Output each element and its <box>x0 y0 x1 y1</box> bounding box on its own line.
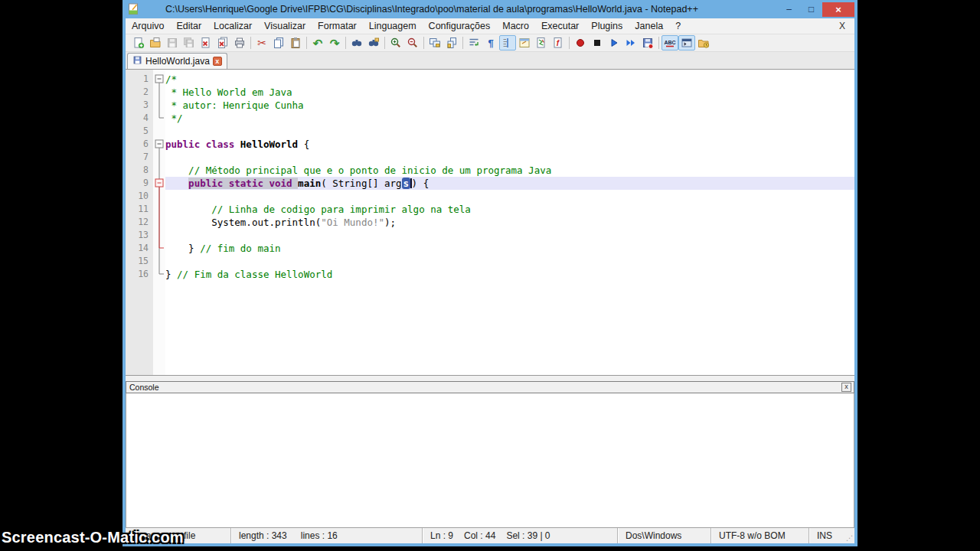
cut-button[interactable]: ✂ <box>253 35 270 51</box>
menu-item-executar[interactable]: Executar <box>535 19 585 33</box>
panel-splitter[interactable] <box>126 376 854 381</box>
save-file-button[interactable] <box>164 35 181 51</box>
indent-guide-button[interactable] <box>499 35 516 51</box>
code-segment: /* <box>165 73 177 85</box>
code-line-3[interactable]: * autor: Henrique Cunha <box>165 99 854 112</box>
code-line-11[interactable]: // Linha de codigo para imprimir algo na… <box>165 203 854 216</box>
new-file-button[interactable] <box>130 35 147 51</box>
code-line-14[interactable]: } // fim do main <box>165 242 854 255</box>
resize-grip[interactable]: ⋰ <box>842 528 854 543</box>
open-file-button[interactable] <box>147 35 164 51</box>
sync-horizontal-button[interactable] <box>443 35 460 51</box>
status-eol-format[interactable]: Dos\Windows <box>617 528 710 543</box>
title-bar[interactable]: C:\Users\Henrique\Google Drive\IFPB\CG\D… <box>126 0 854 18</box>
line-number[interactable]: 1 <box>126 73 149 86</box>
print-button[interactable] <box>231 35 248 51</box>
tab-saved-icon <box>132 55 142 67</box>
code-line-10[interactable] <box>165 190 854 203</box>
fold-margin[interactable] <box>153 70 165 375</box>
copy-button[interactable] <box>270 35 287 51</box>
line-number-gutter[interactable]: 12345678910111213141516 <box>126 70 153 375</box>
word-wrap-button[interactable] <box>466 35 482 51</box>
replace-button[interactable] <box>365 35 382 51</box>
show-all-chars-button[interactable]: ¶ <box>482 35 499 51</box>
close-all-button[interactable] <box>214 35 231 51</box>
line-number[interactable]: 2 <box>126 86 149 99</box>
console-close-icon[interactable]: x <box>841 383 851 392</box>
code-line-2[interactable]: * Hello World em Java <box>165 86 854 99</box>
line-number[interactable]: 12 <box>126 216 149 229</box>
find-button[interactable] <box>348 35 365 51</box>
status-insert-mode[interactable]: INS <box>808 528 842 543</box>
console-output[interactable] <box>126 393 854 528</box>
line-number[interactable]: 4 <box>126 112 149 125</box>
save-all-button[interactable] <box>181 35 198 51</box>
menu-item-localizar[interactable]: Localizar <box>207 19 258 33</box>
tab-helloworld-java[interactable]: HelloWorld.java x <box>127 53 227 69</box>
console-panel-header[interactable]: Console x <box>126 381 854 393</box>
macro-run-multiple-button[interactable] <box>622 35 639 51</box>
line-number[interactable]: 13 <box>126 229 149 242</box>
code-line-4[interactable]: */ <box>165 112 854 125</box>
line-number[interactable]: 10 <box>126 190 149 203</box>
menu-item-editar[interactable]: Editar <box>170 19 207 33</box>
code-text-area[interactable]: /* * Hello World em Java * autor: Henriq… <box>165 70 854 375</box>
function-list-button[interactable]: f <box>550 35 567 51</box>
line-number[interactable]: 5 <box>126 125 149 138</box>
zoom-out-button[interactable] <box>404 35 421 51</box>
menu-close-document-button[interactable]: X <box>830 21 854 31</box>
minimize-button[interactable]: – <box>778 2 800 17</box>
menu-item-plugins[interactable]: Plugins <box>585 19 629 33</box>
menu-item-linguagem[interactable]: Linguagem <box>363 19 423 33</box>
line-number[interactable]: 14 <box>126 242 149 255</box>
code-line-6[interactable]: public class HelloWorld { <box>165 138 854 151</box>
open-file-icon <box>149 37 162 49</box>
code-editor[interactable]: 12345678910111213141516 <box>126 69 854 376</box>
close-button[interactable]: × <box>822 2 854 17</box>
menu-item-configura-es[interactable]: Configurações <box>423 19 497 33</box>
code-line-1[interactable]: /* <box>165 73 854 86</box>
new-file-icon <box>132 37 145 49</box>
menu-item-visualizar[interactable]: Visualizar <box>258 19 312 33</box>
menu-item-macro[interactable]: Macro <box>496 19 535 33</box>
macro-record-button[interactable] <box>572 35 589 51</box>
line-number[interactable]: 16 <box>126 268 149 281</box>
code-line-5[interactable] <box>165 125 854 138</box>
line-number[interactable]: 6 <box>126 138 149 151</box>
line-number[interactable]: 11 <box>126 203 149 216</box>
console-toggle-button[interactable] <box>678 35 695 51</box>
user-dialog-button[interactable] <box>516 35 533 51</box>
code-line-12[interactable]: System.out.println("Oi Mundo!"); <box>165 216 854 229</box>
close-file-button[interactable] <box>198 35 214 51</box>
code-line-16[interactable]: } // Fim da classe HelloWorld <box>165 268 854 281</box>
console-toggle-icon <box>681 37 693 49</box>
spell-check-button[interactable]: ABC <box>662 35 678 51</box>
redo-button[interactable]: ↷ <box>326 35 343 51</box>
code-line-7[interactable] <box>165 151 854 164</box>
code-line-13[interactable] <box>165 229 854 242</box>
line-number[interactable]: 8 <box>126 164 149 177</box>
menu-item-help[interactable]: ? <box>669 19 687 33</box>
sync-vertical-button[interactable] <box>426 35 443 51</box>
code-line-9[interactable]: public static void main( String[] args) … <box>165 177 854 190</box>
menu-item-janela[interactable]: Janela <box>629 19 669 33</box>
menu-item-arquivo[interactable]: Arquivo <box>126 19 170 33</box>
status-encoding[interactable]: UTF-8 w/o BOM <box>710 528 808 543</box>
tab-close-icon[interactable]: x <box>213 57 222 66</box>
menu-item-formatar[interactable]: Formatar <box>312 19 363 33</box>
macro-stop-button[interactable] <box>589 35 606 51</box>
line-number[interactable]: 3 <box>126 99 149 112</box>
line-number[interactable]: 7 <box>126 151 149 164</box>
macro-save-button[interactable] <box>639 35 656 51</box>
macro-play-button[interactable] <box>606 35 622 51</box>
doc-map-button[interactable] <box>533 35 550 51</box>
zoom-in-button[interactable] <box>387 35 404 51</box>
line-number[interactable]: 15 <box>126 255 149 268</box>
code-line-15[interactable] <box>165 255 854 268</box>
maximize-button[interactable]: □ <box>800 2 822 17</box>
code-line-8[interactable]: // Método principal que e o ponto de ini… <box>165 164 854 177</box>
explorer-button[interactable] <box>695 35 712 51</box>
paste-button[interactable] <box>287 35 304 51</box>
line-number[interactable]: 9 <box>126 177 149 190</box>
undo-button[interactable]: ↶ <box>309 35 326 51</box>
